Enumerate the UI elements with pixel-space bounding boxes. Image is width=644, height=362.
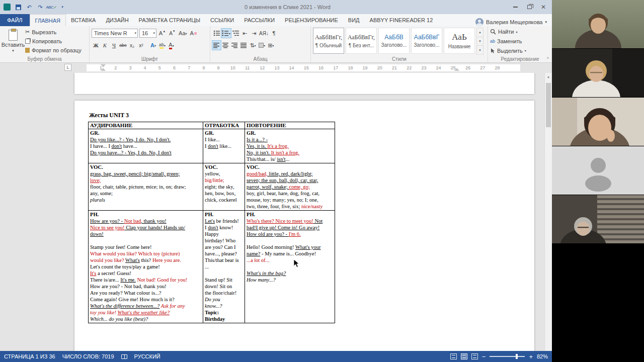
close-button[interactable]: ✕ [537,2,550,12]
numbered-list-button[interactable]: ▾ [221,29,231,38]
tab-ссылки[interactable]: ССЫЛКИ [205,14,239,26]
tab-дизайн[interactable]: ДИЗАЙН [101,14,133,26]
language-indicator[interactable]: РУССКИЙ [134,353,160,359]
tab-главная[interactable]: ГЛАВНАЯ [30,14,66,26]
copy-button[interactable]: Копировать [24,37,83,45]
align-left-button[interactable] [212,41,221,50]
change-case-button[interactable]: Аа▾ [178,29,188,38]
participant-video-5[interactable] [552,195,644,243]
style-gallery: АаБбВвГг,¶ ОбычныйАаБбВвГг,¶ Без инт...А… [313,28,475,55]
save-icon[interactable] [14,3,22,11]
participant-video-2[interactable] [552,49,644,97]
participant-video-1[interactable] [552,0,644,48]
tab-разметка-страницы[interactable]: РАЗМЕТКА СТРАНИЦЫ [134,14,205,26]
paragraph: Is it a...? - [247,136,333,143]
paragraph: GR. [247,130,333,136]
undo-icon[interactable]: ↶ [25,3,33,11]
shrink-font-button[interactable]: А▼ [168,29,177,38]
style-item[interactable]: АаБбВвГг,¶ Обычный [313,28,344,54]
participant-avatar-placeholder[interactable] [552,146,644,195]
paragraph: VOC. [205,164,243,170]
tab-selector[interactable]: L [64,64,71,71]
customize-quick-access-icon[interactable]: ▾ [58,3,66,11]
proofing-icon[interactable] [121,354,127,359]
print-layout-icon[interactable] [461,353,467,359]
justify-button[interactable] [239,41,248,50]
page-1-bottom[interactable] [74,73,534,94]
zoom-slider[interactable] [490,356,525,357]
web-layout-icon[interactable] [471,353,478,359]
shading-button[interactable]: ▾ [258,41,266,50]
vertical-scrollbar[interactable]: ▲ [544,73,552,351]
font-family-select[interactable]: Times New R▾ [92,29,138,38]
find-button[interactable]: Найти▾ [490,28,526,36]
page-indicator[interactable]: СТРАНИЦА 1 ИЗ 36 [4,353,55,359]
text-effects-button[interactable]: А▾ [149,41,157,50]
style-gallery-down-icon[interactable]: ▼ [477,37,483,46]
align-right-button[interactable] [230,41,239,50]
hanging-indent-marker[interactable] [101,68,106,71]
line-spacing-button[interactable]: ⇅▾ [249,41,257,50]
tab-рецензирование[interactable]: РЕЦЕНЗИРОВАНИЕ [280,14,343,26]
paragraph: What's the difference between...? Ask fo… [90,303,201,309]
show-formatting-marks-button[interactable]: ¶ [270,29,278,38]
style-name: Название [448,44,471,49]
subscript-button[interactable]: x₂ [128,41,136,50]
sort-button[interactable]: АЯ↓ [259,29,269,38]
zoom-out-icon[interactable]: − [482,353,486,360]
style-gallery-up-icon[interactable]: ▲ [477,28,483,37]
replace-button[interactable]: ab Заменить [490,37,526,46]
ruler-number: 22 [407,65,412,70]
tab-вид[interactable]: ВИД [343,14,365,26]
first-line-indent-marker[interactable] [101,64,106,67]
style-item[interactable]: АаЬНазвание [444,28,475,54]
style-item[interactable]: АаБбВвГЗаголово... [411,28,442,54]
zoom-in-icon[interactable]: + [529,353,533,360]
word-count[interactable]: ЧИСЛО СЛОВ: 7019 [62,353,114,359]
underline-button[interactable]: Ч [110,41,118,50]
highlight-color-button[interactable]: ab▾ [158,41,167,50]
italic-button[interactable]: К [101,41,109,50]
horizontal-ruler[interactable]: L 12345678910111213141516171819202122232… [0,63,552,73]
multilevel-list-button[interactable] [231,29,240,38]
select-button[interactable]: Выделить▾ [490,46,526,55]
read-mode-icon[interactable] [450,353,457,359]
cut-button[interactable]: ✂Вырезать [24,28,83,36]
scrollbar-thumb[interactable] [546,83,551,127]
align-center-button[interactable] [221,41,230,50]
redo-icon[interactable]: ↷ [36,3,44,11]
page-2[interactable]: Жесты UNIT 3 АУДИРОВАНИЕОТРАБОТКАПОВТОРЕ… [74,101,534,351]
table-cell: PH.How are you? - Not bad, thank you!Nic… [89,211,203,323]
font-size-select[interactable]: 16▾ [139,29,156,38]
zoom-slider-thumb[interactable] [516,354,518,359]
style-gallery-more-icon[interactable]: ▼ [477,46,483,54]
strikethrough-button[interactable]: abc [119,41,127,50]
collapse-ribbon-icon[interactable]: ^ [547,56,549,61]
tab-вставка[interactable]: ВСТАВКА [66,14,101,26]
tab-file[interactable]: ФАЙЛ [0,14,30,26]
grow-font-button[interactable]: А▲ [158,29,167,38]
account-chevron-down-icon: ▾ [545,20,547,24]
tab-abbyy-finereader-12[interactable]: ABBYY FineReader 12 [365,14,438,26]
decrease-indent-button[interactable]: ⇤ [240,29,249,38]
superscript-button[interactable]: x² [137,41,145,50]
minimize-button[interactable] [509,2,522,12]
zoom-level[interactable]: 82% [537,353,548,359]
format-painter-button[interactable]: Формат по образцу [24,46,83,55]
restore-button[interactable] [523,2,536,12]
style-item[interactable]: АаБбВвГг,¶ Без инт... [346,28,377,54]
increase-indent-button[interactable]: ⇥ [250,29,258,38]
paste-button[interactable]: Вставить ▾ [2,28,24,55]
style-item[interactable]: АаБбВЗаголово... [378,28,410,54]
bullet-list-button[interactable] [212,29,221,38]
clear-formatting-button[interactable]: А [189,29,198,38]
tab-рассылки[interactable]: РАССЫЛКИ [239,14,280,26]
bold-button[interactable]: Ж [92,41,100,50]
right-indent-marker[interactable] [454,68,459,71]
scroll-up-icon[interactable]: ▲ [545,73,552,80]
spellcheck-icon[interactable]: ABC✓ [47,3,55,11]
font-color-button[interactable]: А▾ [167,41,176,50]
borders-button[interactable]: ⊞▾ [267,41,275,50]
account-menu[interactable]: Валерия Мещерякова ▾ [470,18,552,26]
participant-video-3[interactable] [552,98,644,146]
